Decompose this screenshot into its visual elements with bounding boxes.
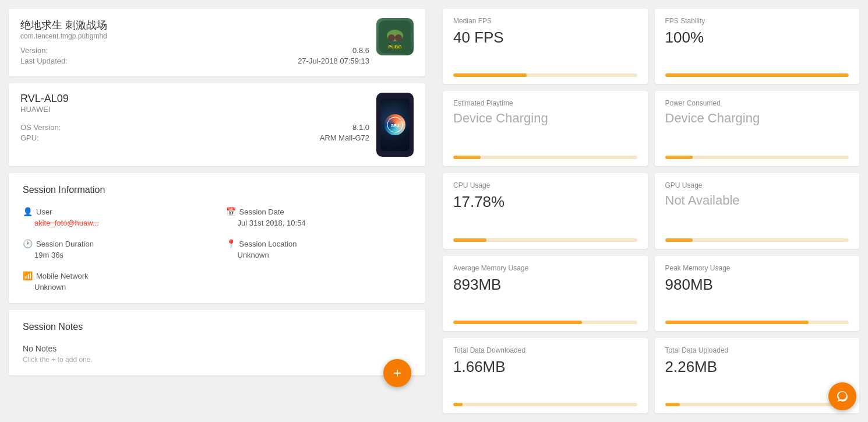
gpu-usage-progress xyxy=(665,238,849,242)
cpu-usage-progress xyxy=(453,238,637,242)
device-info: RVL-AL09 HUAWEI OS Version: 8.1.0 GPU: A… xyxy=(20,93,369,144)
estimated-playtime-fill xyxy=(453,156,481,159)
median-fps-label: Median FPS xyxy=(453,17,637,25)
os-label: OS Version: xyxy=(20,123,61,132)
session-duration: 🕐 Session Duration 19m 36s xyxy=(23,239,209,259)
gpu-logo: GPU xyxy=(384,114,405,135)
date-value: Jul 31st 2018, 10:54 xyxy=(226,219,412,227)
device-brand: HUAWEI xyxy=(20,105,369,114)
gpu-label: GPU: xyxy=(20,133,39,142)
app-title: 绝地求生 刺激战场 xyxy=(20,18,369,32)
avg-memory-label: Average Memory Usage xyxy=(453,264,637,272)
cpu-usage-fill xyxy=(453,238,486,242)
user-label: User xyxy=(36,208,52,216)
date-header: 📅 Session Date xyxy=(226,207,412,216)
network-header: 📶 Mobile Network xyxy=(23,271,209,280)
app-card: 绝地求生 刺激战场 com.tencent.tmgp.pubgmhd Versi… xyxy=(9,9,425,76)
gpu-value: ARM Mali-G72 xyxy=(320,133,369,142)
clock-icon: 🕐 xyxy=(23,239,33,248)
svg-text:GPU: GPU xyxy=(390,124,399,128)
data-uploaded-fill xyxy=(665,403,680,406)
median-fps-progress xyxy=(453,73,637,77)
right-panel: Median FPS 40 FPS FPS Stability 100% Est… xyxy=(434,0,868,422)
session-grid: 👤 User akite_foto@huaw... 📅 Session Date… xyxy=(23,207,411,291)
median-fps-card: Median FPS 40 FPS xyxy=(443,9,648,84)
peak-memory-value: 980MB xyxy=(665,276,849,294)
location-icon: 📍 xyxy=(226,239,236,248)
data-uploaded-value: 2.26MB xyxy=(665,358,849,376)
add-note-button[interactable]: + xyxy=(383,359,411,387)
fps-stability-fill xyxy=(665,73,849,77)
fps-stability-label: FPS Stability xyxy=(665,17,849,25)
data-downloaded-label: Total Data Downloaded xyxy=(453,346,637,354)
estimated-playtime-label: Estimated Playtime xyxy=(453,99,637,107)
power-consumed-label: Power Consumed xyxy=(665,99,849,107)
power-consumed-progress xyxy=(665,156,849,159)
data-downloaded-card: Total Data Downloaded 1.66MB xyxy=(443,338,648,413)
date-label: Session Date xyxy=(239,208,284,216)
chat-icon xyxy=(836,390,849,403)
svg-point-3 xyxy=(395,34,402,41)
device-card: RVL-AL09 HUAWEI OS Version: 8.1.0 GPU: A… xyxy=(9,83,425,166)
version-label: Version: xyxy=(20,46,48,55)
notes-title: Session Notes xyxy=(23,322,411,332)
estimated-playtime-progress xyxy=(453,156,637,159)
network-icon: 📶 xyxy=(23,271,33,280)
median-fps-fill xyxy=(453,73,527,77)
session-title: Session Information xyxy=(23,185,411,195)
updated-label: Last Updated: xyxy=(20,57,68,65)
fps-stability-card: FPS Stability 100% xyxy=(655,9,860,84)
os-value: 8.1.0 xyxy=(352,123,369,132)
notes-card: Session Notes No Notes Click the + to ad… xyxy=(9,310,425,375)
user-icon: 👤 xyxy=(23,207,33,216)
cpu-usage-value: 17.78% xyxy=(453,193,637,211)
data-uploaded-progress xyxy=(665,403,849,406)
user-header: 👤 User xyxy=(23,207,209,216)
fps-stability-value: 100% xyxy=(665,29,849,47)
chat-button[interactable] xyxy=(828,382,856,410)
updated-value: 27-Jul-2018 07:59:13 xyxy=(298,57,369,65)
estimated-playtime-value: Device Charging xyxy=(453,111,637,126)
cpu-usage-card: CPU Usage 17.78% xyxy=(443,173,648,248)
network-label: Mobile Network xyxy=(36,272,89,280)
svg-point-2 xyxy=(388,34,395,41)
peak-memory-progress xyxy=(665,321,849,324)
data-uploaded-card: Total Data Uploaded 2.26MB xyxy=(655,338,860,413)
location-header: 📍 Session Location xyxy=(226,239,412,248)
avg-memory-progress xyxy=(453,321,637,324)
session-location: 📍 Session Location Unknown xyxy=(226,239,412,259)
data-downloaded-progress xyxy=(453,403,637,406)
power-consumed-value: Device Charging xyxy=(665,111,849,126)
gpu-usage-value: Not Available xyxy=(665,193,849,208)
session-user: 👤 User akite_foto@huaw... xyxy=(23,207,209,227)
avg-memory-fill xyxy=(453,321,582,324)
app-icon: PUBG xyxy=(376,18,414,55)
data-downloaded-value: 1.66MB xyxy=(453,358,637,376)
device-os-row: OS Version: 8.1.0 xyxy=(20,123,369,132)
app-package: com.tencent.tmgp.pubgmhd xyxy=(20,32,369,40)
cpu-usage-label: CPU Usage xyxy=(453,181,637,189)
device-screen: GPU xyxy=(380,99,410,151)
session-card: Session Information 👤 User akite_foto@hu… xyxy=(9,173,425,303)
peak-memory-fill xyxy=(665,321,809,324)
gpu-usage-card: GPU Usage Not Available xyxy=(655,173,860,248)
no-notes-text: No Notes xyxy=(23,344,411,353)
data-uploaded-label: Total Data Uploaded xyxy=(665,346,849,354)
session-date: 📅 Session Date Jul 31st 2018, 10:54 xyxy=(226,207,412,227)
device-meta: OS Version: 8.1.0 GPU: ARM Mali-G72 xyxy=(20,123,369,142)
duration-label: Session Duration xyxy=(36,240,94,248)
location-value: Unknown xyxy=(226,251,412,259)
device-gpu-row: GPU: ARM Mali-G72 xyxy=(20,133,369,142)
notes-hint: Click the + to add one. xyxy=(23,356,411,364)
avg-memory-value: 893MB xyxy=(453,276,637,294)
version-value: 0.8.6 xyxy=(352,46,369,55)
app-version-row: Version: 0.8.6 xyxy=(20,46,369,55)
peak-memory-card: Peak Memory Usage 980MB xyxy=(655,256,860,331)
power-consumed-card: Power Consumed Device Charging xyxy=(655,91,860,166)
app-meta: Version: 0.8.6 Last Updated: 27-Jul-2018… xyxy=(20,46,369,65)
user-value: akite_foto@huaw... xyxy=(23,219,209,227)
app-icon-image: PUBG xyxy=(379,20,411,53)
avg-memory-card: Average Memory Usage 893MB xyxy=(443,256,648,331)
data-downloaded-fill xyxy=(453,403,463,406)
estimated-playtime-card: Estimated Playtime Device Charging xyxy=(443,91,648,166)
